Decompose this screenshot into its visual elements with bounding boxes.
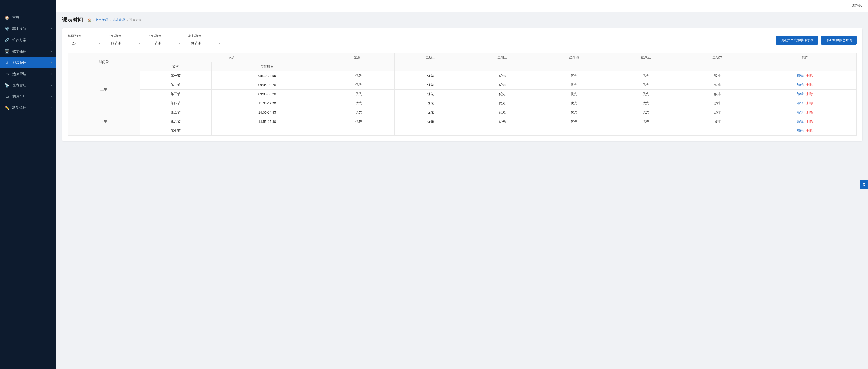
evening-classes-select[interactable]: 两节课 ▾ — [188, 39, 223, 47]
cell-fri[interactable]: 优先 — [610, 71, 682, 81]
sidebar-item-label: 选课管理 — [12, 72, 26, 76]
sidebar-item-training-plan[interactable]: 🔗 培养方案 › — [0, 34, 57, 45]
session-name: 第二节 — [140, 81, 211, 90]
cell-tue[interactable]: 优先 — [395, 108, 466, 117]
cell-mon[interactable]: 优先 — [323, 81, 395, 90]
breadcrumb-teaching-mgmt[interactable]: 教务管理 — [96, 18, 108, 22]
cell-thu — [538, 126, 610, 135]
float-settings-button[interactable]: ⚙ — [860, 180, 868, 189]
sidebar-item-basic-settings[interactable]: ⚙️ 基本设置 › — [0, 23, 57, 34]
cell-wed[interactable]: 优先 — [466, 90, 538, 99]
sidebar-item-home[interactable]: 🏠 首页 — [0, 12, 57, 23]
cell-sat[interactable]: 禁排 — [682, 108, 753, 117]
cell-thu[interactable]: 优先 — [538, 99, 610, 108]
cell-mon[interactable]: 优先 — [323, 71, 395, 81]
sidebar-item-teaching-stats[interactable]: ✏️ 教学统计 › — [0, 102, 57, 114]
sidebar-item-timetable-mgmt[interactable]: 📡 课表管理 › — [0, 80, 57, 91]
delete-button[interactable]: 删除 — [806, 120, 813, 123]
cell-wed[interactable]: 优先 — [466, 99, 538, 108]
sidebar-item-left: 🏠 首页 — [5, 15, 19, 20]
cell-sat[interactable]: 禁排 — [682, 71, 753, 81]
preview-generate-button[interactable]: 预览并生成教学作息表 — [776, 36, 818, 45]
filter-weekly-days: 每周天数: 七天 ▾ — [68, 34, 103, 47]
morning-classes-value: 四节课 — [111, 41, 121, 45]
action-cell: 编辑 删除 — [753, 108, 857, 117]
cell-thu[interactable]: 优先 — [538, 108, 610, 117]
cell-mon[interactable]: 优先 — [323, 117, 395, 126]
cell-thu[interactable]: 优先 — [538, 71, 610, 81]
edit-button[interactable]: 编辑 — [797, 101, 804, 105]
weekly-days-value: 七天 — [71, 41, 78, 45]
sidebar-item-left: 📡 课表管理 — [5, 83, 26, 88]
cell-tue[interactable]: 优先 — [395, 81, 466, 90]
session-name: 第一节 — [140, 71, 211, 81]
afternoon-classes-select[interactable]: 三节课 ▾ — [148, 39, 183, 47]
sidebar-item-teaching-task[interactable]: 🖥️ 教学任务 › — [0, 45, 57, 57]
cell-fri[interactable]: 优先 — [610, 99, 682, 108]
cell-thu[interactable]: 优先 — [538, 117, 610, 126]
morning-classes-select[interactable]: 四节课 ▾ — [108, 39, 143, 47]
delete-button[interactable]: 删除 — [806, 74, 813, 78]
col-action: 操作 — [753, 53, 857, 62]
add-schedule-button[interactable]: 添加教学作息时间 — [821, 36, 857, 45]
sidebar-item-left: ⚙️ 基本设置 — [5, 26, 26, 31]
cell-mon[interactable]: 优先 — [323, 90, 395, 99]
cell-wed[interactable]: 优先 — [466, 81, 538, 90]
col-tue: 星期二 — [395, 53, 466, 62]
sidebar-item-course-selection[interactable]: ▭ 选课管理 › — [0, 68, 57, 80]
col-wed: 星期三 — [466, 53, 538, 62]
subheader-empty4 — [538, 62, 610, 71]
sidebar-arrow-icon: › — [51, 106, 52, 110]
cell-fri[interactable]: 优先 — [610, 108, 682, 117]
delete-button[interactable]: 删除 — [806, 92, 813, 96]
cell-thu[interactable]: 优先 — [538, 81, 610, 90]
cell-sat[interactable]: 禁排 — [682, 81, 753, 90]
delete-button[interactable]: 删除 — [806, 111, 813, 114]
cell-sat[interactable]: 禁排 — [682, 117, 753, 126]
basic-settings-icon: ⚙️ — [5, 26, 9, 31]
weekly-days-select[interactable]: 七天 ▾ — [68, 39, 103, 47]
cell-wed[interactable]: 优先 — [466, 108, 538, 117]
sidebar-arrow-icon: › — [51, 95, 52, 98]
cell-tue[interactable]: 优先 — [395, 117, 466, 126]
action-cell: 编辑 删除 — [753, 117, 857, 126]
edit-button[interactable]: 编辑 — [797, 74, 804, 78]
delete-button[interactable]: 删除 — [806, 129, 813, 132]
breadcrumb-schedule-mgmt[interactable]: 排课管理 — [113, 18, 125, 22]
cell-sat[interactable]: 禁排 — [682, 99, 753, 108]
home-icon: 🏠 — [5, 15, 9, 20]
cell-thu[interactable]: 优先 — [538, 90, 610, 99]
sidebar-item-adjust-course[interactable]: ▭ 调课管理 › — [0, 91, 57, 102]
delete-button[interactable]: 删除 — [806, 101, 813, 105]
cell-tue[interactable]: 优先 — [395, 90, 466, 99]
cell-fri[interactable]: 优先 — [610, 117, 682, 126]
sidebar-item-left: ✏️ 教学统计 — [5, 105, 26, 110]
cell-sat[interactable]: 禁排 — [682, 90, 753, 99]
cell-fri[interactable]: 优先 — [610, 81, 682, 90]
cell-mon[interactable]: 优先 — [323, 99, 395, 108]
col-time-period: 时间段 — [68, 53, 140, 71]
edit-button[interactable]: 编辑 — [797, 83, 804, 87]
sidebar-item-left: ⊕ 排课管理 — [5, 60, 26, 65]
cell-fri[interactable]: 优先 — [610, 90, 682, 99]
sidebar-arrow-icon: › — [51, 27, 52, 30]
delete-button[interactable]: 删除 — [806, 83, 813, 87]
cell-wed[interactable]: 优先 — [466, 117, 538, 126]
sidebar-item-schedule-mgmt[interactable]: ⊕ 排课管理 › — [0, 57, 57, 68]
edit-button[interactable]: 编辑 — [797, 129, 804, 132]
edit-button[interactable]: 编辑 — [797, 120, 804, 123]
cell-fri — [610, 126, 682, 135]
breadcrumb-home[interactable]: 🏠 — [88, 18, 91, 22]
cell-mon[interactable]: 优先 — [323, 108, 395, 117]
content-area: 课表时间 🏠 » 教务管理 » 排课管理 » 课表时间 每周天数: 七天 ▾ — [57, 12, 868, 369]
edit-button[interactable]: 编辑 — [797, 111, 804, 114]
cell-tue[interactable]: 优先 — [395, 71, 466, 81]
cell-tue[interactable]: 优先 — [395, 99, 466, 108]
cell-wed[interactable]: 优先 — [466, 71, 538, 81]
sidebar-arrow-icon: › — [51, 84, 52, 87]
morning-classes-label: 上午课数: — [108, 34, 143, 38]
cell-sat — [682, 126, 753, 135]
table-row: 第三节09:05-10:20优先优先优先优先优先禁排 编辑 删除 — [68, 90, 857, 99]
session-time: 11:35-12:20 — [211, 99, 323, 108]
edit-button[interactable]: 编辑 — [797, 92, 804, 96]
